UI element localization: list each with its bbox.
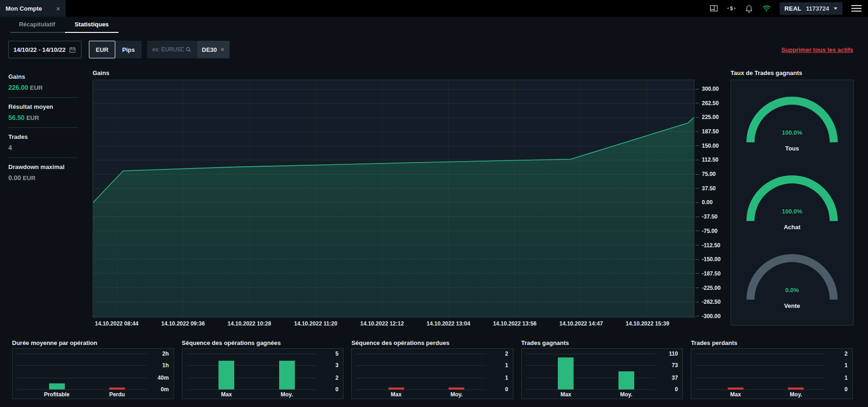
workspace-icon[interactable] [709, 4, 719, 13]
bell-icon[interactable] [744, 4, 754, 13]
asset-chip-label: DE30 [202, 46, 217, 53]
mini-gridline [356, 378, 486, 378]
y-tick: 300.00 [695, 86, 719, 92]
mini-bar-zero [109, 388, 125, 389]
x-tick: 14.10.2022 13:04 [427, 320, 470, 327]
mini-bar-label: Moy. [281, 391, 293, 398]
mini-bar-label: Max [391, 391, 401, 398]
stat-item: Drawdown maximal 0.00 EUR [8, 157, 78, 188]
y-tick: -187.50 [695, 270, 721, 277]
close-icon[interactable]: × [56, 5, 60, 12]
mini-y-tick: 1h [162, 362, 169, 369]
mini-gridline [186, 365, 317, 366]
symbol-search-input[interactable] [151, 46, 185, 53]
wifi-icon[interactable] [762, 4, 772, 13]
stat-label: Drawdown maximal [8, 163, 78, 170]
mini-bar [49, 383, 65, 389]
quotes-dollar-icon[interactable]: $ [727, 4, 737, 13]
mini-bar-zero [728, 388, 743, 389]
bottom-charts-row: Durée moyenne par opération 2h1h40m0mPro… [12, 339, 853, 399]
date-range-picker[interactable]: 14/10/22 - 14/10/22 [8, 41, 81, 58]
mini-chart-plot: 2h1h40m0mProfitablePerdu [12, 348, 174, 399]
mini-bar-label: Max [561, 391, 571, 398]
tab-underline [10, 32, 64, 33]
y-tick: 187.50 [695, 128, 719, 135]
svg-text:$: $ [730, 5, 733, 11]
account-selector[interactable]: REAL 1173724 [780, 2, 843, 15]
search-icon [185, 46, 192, 53]
account-mode-badge: REAL [785, 5, 802, 12]
y-tick: -112.50 [695, 242, 720, 249]
mini-bar-label: Max [730, 391, 741, 398]
y-tick: 0.00 [695, 199, 712, 206]
mini-bar [558, 357, 574, 390]
x-tick: 14.10.2022 15:39 [626, 320, 669, 327]
mini-chart-win-streak: Séquence des opérations gagnées 5320MaxM… [182, 339, 344, 399]
mini-gridline [525, 365, 656, 366]
y-tick: 150.00 [695, 143, 719, 149]
mini-bar-label: Moy. [790, 391, 802, 398]
gauge-value: 0.0% [731, 287, 853, 294]
gains-chart-panel: Gains 300.00262.50225.00187.50150.00112.… [93, 69, 694, 318]
mini-y-tick: 3 [336, 362, 339, 369]
topbar-actions: $ REAL 1173724 [709, 0, 863, 17]
document-tab-title: Mon Compte [6, 5, 42, 12]
document-tab[interactable]: Mon Compte × [0, 0, 66, 17]
mini-y-tick: 2 [844, 351, 848, 357]
y-tick: -225.00 [695, 285, 721, 291]
mini-y-tick: 2h [162, 351, 169, 357]
gains-plot-area [93, 80, 694, 318]
menu-icon[interactable] [850, 4, 862, 13]
y-tick: 225.00 [695, 114, 719, 120]
mini-bar-label: Moy. [450, 391, 462, 398]
clear-all-assets-link[interactable]: Supprimer tous les actifs [781, 46, 853, 53]
asset-chip-de30[interactable]: DE30 × [197, 41, 230, 58]
mini-chart-losing-trades: Trades perdants 2110MaxMoy. [691, 339, 853, 399]
mini-gridline [525, 354, 656, 354]
mini-y-tick: 0 [336, 386, 339, 393]
mini-y-tick: 110 [669, 351, 678, 357]
mini-gridline [356, 354, 486, 354]
mini-gridline [695, 378, 825, 378]
unit-eur-button[interactable]: EUR [89, 41, 115, 58]
mini-gridline [16, 389, 147, 390]
x-tick: 14.10.2022 09:36 [161, 320, 205, 327]
mini-chart-title: Trades perdants [691, 339, 853, 348]
mini-gridline [186, 389, 317, 390]
stat-item: Trades 4 [8, 127, 78, 157]
chevron-down-icon [834, 7, 837, 10]
mini-chart-loss-streak: Séquence des opérations perdues 2110MaxM… [351, 339, 513, 399]
mini-chart-plot: 2110MaxMoy. [691, 348, 853, 399]
mini-y-tick: 40m [158, 375, 169, 381]
mini-y-tick: 1 [844, 375, 848, 381]
mini-gridline [16, 378, 147, 378]
symbol-search[interactable] [147, 41, 196, 58]
x-tick: 14.10.2022 13:56 [493, 320, 537, 327]
x-tick: 14.10.2022 08:44 [95, 320, 138, 327]
mini-chart-winning-trades: Trades gagnants 11073370MaxMoy. [521, 339, 683, 399]
y-tick: -75.00 [695, 228, 718, 234]
mini-bar [618, 371, 634, 390]
stat-value: 0.00 EUR [8, 174, 78, 182]
mini-y-tick: 5 [336, 351, 339, 357]
stat-label: Gains [8, 73, 78, 80]
x-tick: 14.10.2022 11:20 [294, 320, 337, 327]
gauge-label: Achat [731, 224, 853, 231]
y-tick: -300.00 [695, 313, 721, 319]
y-tick: 112.50 [695, 157, 718, 163]
mini-y-tick: 1 [505, 375, 508, 381]
tab-statistiques[interactable]: Statistiques [65, 17, 119, 33]
chip-close-icon[interactable]: × [221, 46, 225, 53]
stat-value: 56.50 EUR [8, 114, 78, 121]
mini-gridline [186, 354, 317, 354]
mini-y-tick: 2 [505, 351, 508, 357]
mini-chart-title: Durée moyenne par opération [12, 339, 174, 348]
win-rate-panel: Taux de Trades gagnants 100.0% Tous 100.… [731, 69, 854, 326]
tab-recapitulatif[interactable]: Récapitulatif [10, 17, 64, 33]
unit-pips-button[interactable]: Pips [115, 41, 142, 58]
mini-chart-plot: 5320MaxMoy. [182, 348, 344, 399]
mini-y-tick: 73 [672, 362, 678, 369]
mini-bar-zero [449, 388, 464, 389]
mini-gridline [525, 389, 656, 390]
gauge-value: 100.0% [731, 129, 853, 136]
